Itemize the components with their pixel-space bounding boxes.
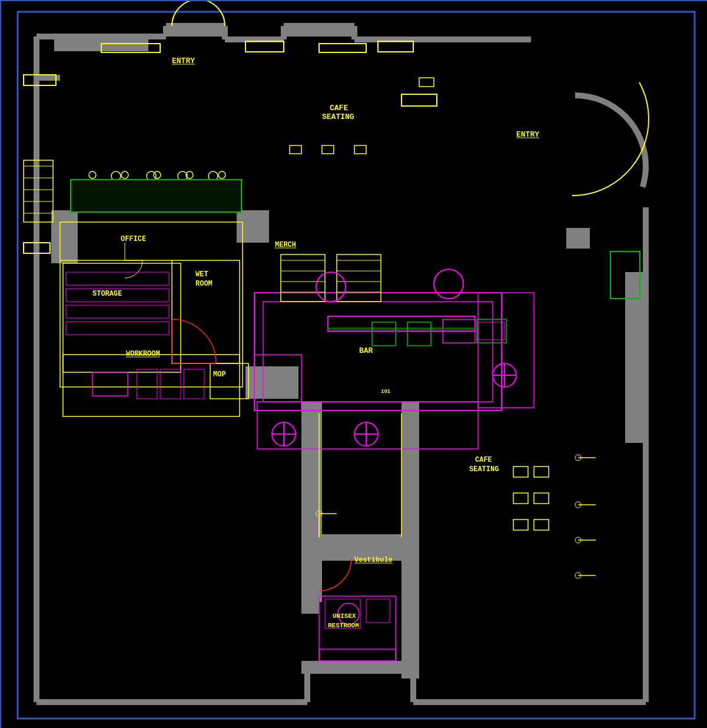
- cad-canvas: [1, 1, 707, 728]
- floor-plan: [0, 0, 707, 728]
